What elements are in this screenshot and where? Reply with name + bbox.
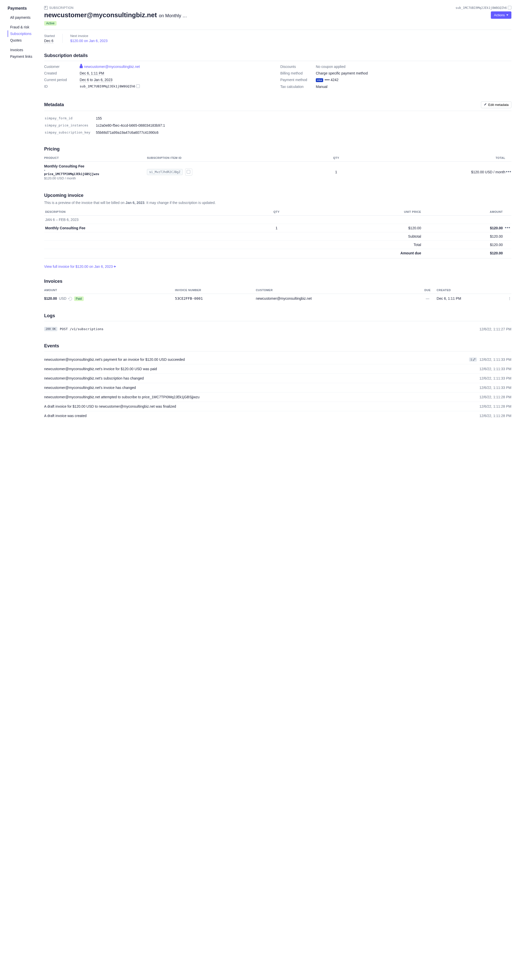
billing-value: Charge specific payment method bbox=[316, 71, 368, 75]
customer-value: newcustomer@myconsultingbiz.net bbox=[84, 65, 140, 68]
inv-status: Paid bbox=[74, 296, 84, 301]
event-time: 12/6/22, 1:11:33 PM bbox=[479, 358, 511, 361]
line-qty: 1 bbox=[254, 224, 299, 232]
event-row[interactable]: newcustomer@myconsultingbiz.net attempte… bbox=[44, 393, 511, 402]
log-time: 12/6/22, 1:11:27 PM bbox=[479, 327, 511, 331]
subtotal-label: Subtotal bbox=[299, 232, 422, 240]
metadata-table: simpay_form_id155simpay_price_instances1… bbox=[44, 115, 511, 136]
actions-button-label: Actions bbox=[494, 13, 505, 17]
actions-button[interactable]: Actions bbox=[491, 11, 511, 19]
col-number: INVOICE NUMBER bbox=[175, 286, 256, 294]
row-menu-icon[interactable]: ••• bbox=[506, 169, 511, 174]
due-value: $120.00 bbox=[422, 249, 504, 257]
col-unit: UNIT PRICE bbox=[299, 208, 422, 216]
upcoming-desc-date: Jan 6, 2023 bbox=[126, 200, 145, 205]
event-row[interactable]: newcustomer@myconsultingbiz.net's invoic… bbox=[44, 383, 511, 393]
invoices-heading: Invoices bbox=[44, 279, 511, 284]
id-label: ID bbox=[44, 84, 80, 88]
event-row[interactable]: A draft invoice for $120.00 USD to newcu… bbox=[44, 402, 511, 411]
inv-due: — bbox=[418, 294, 436, 303]
metadata-key: simpay_subscription_key bbox=[45, 129, 95, 136]
row-menu-icon[interactable]: ••• bbox=[505, 225, 510, 230]
copy-icon bbox=[187, 170, 190, 173]
log-path: /v1/subscriptions bbox=[70, 327, 104, 331]
created-value[interactable]: Dec 6, 1:11 PM bbox=[80, 71, 104, 76]
created-label: Created bbox=[44, 71, 80, 75]
page-title-suffix: on Monthly … bbox=[159, 13, 187, 19]
event-row[interactable]: newcustomer@myconsultingbiz.net's invoic… bbox=[44, 364, 511, 374]
nav-item-fraud-risk[interactable]: Fraud & risk bbox=[8, 24, 43, 30]
event-text: newcustomer@myconsultingbiz.net's invoic… bbox=[44, 386, 474, 390]
event-text: newcustomer@myconsultingbiz.net attempte… bbox=[44, 395, 474, 399]
copy-icon[interactable] bbox=[508, 6, 511, 10]
period-from[interactable]: Dec 6 bbox=[80, 78, 89, 82]
total-label: Total bbox=[299, 240, 422, 249]
period-to-word: to bbox=[89, 78, 94, 82]
user-icon bbox=[80, 65, 83, 68]
event-text: newcustomer@myconsultingbiz.net's paymen… bbox=[44, 358, 464, 361]
total-value: $120.00 bbox=[422, 240, 504, 249]
log-row[interactable]: 200 OK POST /v1/subscriptions 12/6/22, 1… bbox=[44, 325, 511, 333]
period-label: Current period bbox=[44, 78, 80, 82]
pricing-total: $120.00 USD / month bbox=[371, 161, 505, 183]
col-due: DUE bbox=[418, 286, 436, 294]
inv-currency: USD bbox=[59, 296, 67, 301]
col-desc: DESCRIPTION bbox=[44, 208, 254, 216]
pricing-qty: 1 bbox=[301, 161, 371, 183]
inv-customer: newcustomer@myconsultingbiz.net bbox=[256, 294, 418, 303]
event-row[interactable]: A draft invoice was created12/6/22, 1:11… bbox=[44, 411, 511, 420]
started-label: Started bbox=[44, 34, 55, 38]
tax-label: Tax calculation bbox=[280, 84, 316, 89]
metadata-value: 55b66d71a99a19a47c6a6077c41990c6 bbox=[96, 129, 511, 136]
invoice-row[interactable]: $120.00 USD Paid 53CE2FFB-0001 newcustom… bbox=[44, 294, 511, 303]
col-qty2: QTY bbox=[254, 208, 299, 216]
events-list: newcustomer@myconsultingbiz.net's paymen… bbox=[44, 355, 511, 420]
upcoming-period: JAN 6 – FEB 6, 2023 bbox=[44, 215, 511, 224]
chevron-down-icon bbox=[506, 14, 508, 16]
edit-metadata-button[interactable]: Edit metadata bbox=[481, 101, 511, 108]
col-amount2: AMOUNT bbox=[44, 286, 175, 294]
logs-heading: Logs bbox=[44, 313, 511, 318]
pricing-heading: Pricing bbox=[44, 146, 511, 152]
nav-item-invoices[interactable]: Invoices bbox=[8, 47, 43, 53]
resource-type-label: SUBSCRIPTION bbox=[49, 6, 73, 10]
event-time: 12/6/22, 1:11:33 PM bbox=[479, 367, 511, 371]
event-row[interactable]: newcustomer@myconsultingbiz.net's subscr… bbox=[44, 374, 511, 383]
next-invoice-link[interactable]: $120.00 on Jan 6, 2023 bbox=[70, 39, 107, 43]
nav-item-payment-links[interactable]: Payment links bbox=[8, 53, 43, 60]
tax-value: Manual bbox=[316, 84, 327, 89]
price-id: price_1MC7TPI0Mq2JEk1jGBSjjwzu bbox=[44, 172, 147, 176]
metadata-heading: Metadata bbox=[44, 102, 64, 107]
nav-item-subscriptions[interactable]: Subscriptions bbox=[8, 30, 43, 37]
customer-link[interactable]: newcustomer@myconsultingbiz.net bbox=[80, 65, 140, 68]
page-title: newcustomer@myconsultingbiz.net bbox=[44, 11, 157, 19]
nav-item-quotes[interactable]: Quotes bbox=[8, 37, 43, 44]
started-value[interactable]: Dec 6 bbox=[44, 39, 54, 43]
sidebar: Payments All paymentsFraud & riskSubscri… bbox=[8, 6, 43, 420]
line-desc: Monthly Consulting Fee bbox=[44, 224, 254, 232]
event-row[interactable]: newcustomer@myconsultingbiz.net's paymen… bbox=[44, 355, 511, 364]
metadata-value: 155 bbox=[96, 115, 511, 122]
event-text: A draft invoice was created bbox=[44, 414, 474, 418]
col-qty: QTY bbox=[301, 154, 371, 162]
copy-item-id-button[interactable] bbox=[185, 169, 192, 176]
product-name: Monthly Consulting Fee bbox=[44, 164, 147, 168]
metadata-row: simpay_price_instances1c2a0e80-f5ec-4ccd… bbox=[45, 122, 511, 129]
event-text: A draft invoice for $120.00 USD to newcu… bbox=[44, 404, 474, 409]
col-total: TOTAL bbox=[371, 154, 505, 162]
inv-number: 53CE2FFB-0001 bbox=[175, 294, 256, 303]
view-full-invoice-link[interactable]: View full invoice for $120.00 on Jan 6, … bbox=[44, 264, 116, 269]
col-created: CREATED bbox=[436, 286, 508, 294]
pricing-row: Monthly Consulting Fee • price_1MC7TPI0M… bbox=[44, 161, 511, 183]
line-amount: $120.00 bbox=[422, 224, 504, 232]
edit-metadata-label: Edit metadata bbox=[488, 103, 509, 107]
item-id-chip[interactable]: si_MvzTJhdR2CJBgZ bbox=[147, 169, 183, 175]
copy-icon[interactable] bbox=[137, 85, 140, 88]
event-time: 12/6/22, 1:11:28 PM bbox=[479, 395, 511, 399]
upcoming-line: Monthly Consulting Fee 1 $120.00 $120.00… bbox=[44, 224, 511, 232]
subscription-id-top: sub_1MC7UBI0Mq2JEk1j8W8GQIh6 bbox=[455, 6, 507, 10]
period-to[interactable]: Jan 6, 2023 bbox=[94, 78, 112, 82]
metadata-value: 1c2a0e80-f5ec-4ccd-b665-088034183b97:1 bbox=[96, 122, 511, 129]
nav-item-all-payments[interactable]: All payments bbox=[8, 14, 43, 21]
webhook-badge[interactable]: 1 bbox=[469, 358, 477, 361]
